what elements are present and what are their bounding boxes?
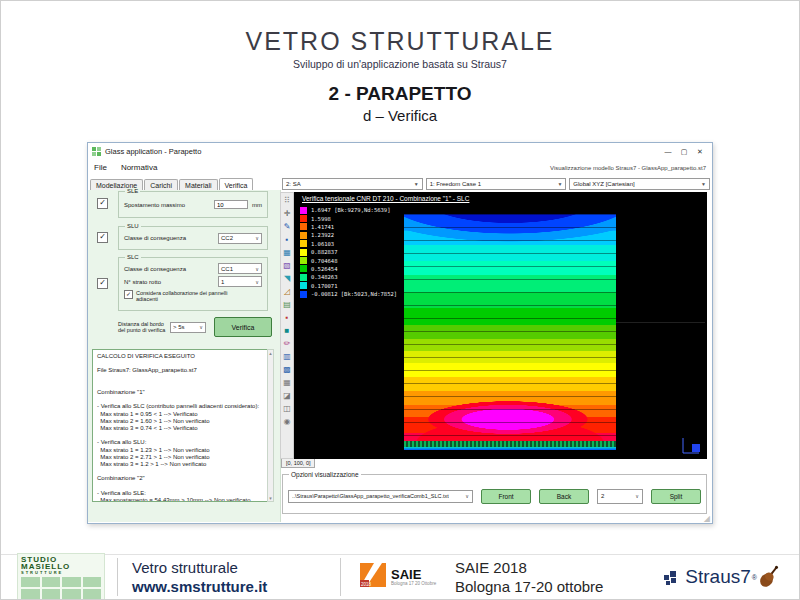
- slc-class-select[interactable]: CC1 ∨: [218, 263, 262, 274]
- legend-row: 1.5998: [300, 214, 397, 222]
- legend-swatch-icon: [300, 249, 307, 256]
- menu-file[interactable]: File: [94, 163, 107, 172]
- freedom-case-select[interactable]: 1: Freedom Case 1 ▼: [426, 178, 567, 190]
- viewer-status-row: [0, 100, 0]: [280, 459, 712, 469]
- measure-icon[interactable]: ◿: [281, 285, 293, 298]
- options-group-title: Opzioni visualizzazione: [289, 471, 361, 478]
- select-icon[interactable]: ✛: [281, 207, 293, 220]
- result-file-select[interactable]: ..\Straus\Parapetto\GlassApp_parapetto_v…: [288, 490, 473, 503]
- distanza-select[interactable]: > 5s ∨: [170, 322, 206, 333]
- legend-swatch-icon: [300, 240, 307, 247]
- maximize-button[interactable]: ▢: [676, 148, 692, 156]
- legend-label: 0.348263: [311, 274, 338, 280]
- slide: VETRO STRUTTURALE Sviluppo di un'applica…: [0, 0, 800, 600]
- tab-carichi[interactable]: Carichi: [144, 179, 178, 190]
- legend-row: 1.06103: [300, 240, 397, 248]
- verifica-panel: SLE Spostamento massimo mm SLU Classe di…: [88, 190, 281, 522]
- pencil-icon[interactable]: ✎: [281, 220, 293, 233]
- grid-icon[interactable]: ▦: [281, 376, 293, 389]
- mesh-strip: [404, 441, 616, 450]
- violin-icon: [757, 563, 781, 591]
- solid-icon[interactable]: ■: [281, 324, 293, 337]
- footer-saie-title: SAIE 2018: [455, 558, 603, 577]
- tab-verifica[interactable]: Verifica: [219, 178, 254, 190]
- slu-class-value: CC2: [221, 235, 233, 241]
- legend-label: 0.882837: [311, 249, 338, 255]
- logo-grid: [21, 577, 101, 599]
- slide-header: VETRO STRUTTURALE Sviluppo di un'applica…: [1, 27, 799, 124]
- footer-website-link[interactable]: www.smstrutture.it: [132, 577, 328, 596]
- saie-logo-word: SAIE: [391, 569, 436, 581]
- chevron-down-icon: ∨: [255, 266, 259, 272]
- chevron-down-icon: ∨: [199, 324, 203, 330]
- drag-handle-icon[interactable]: ⠿: [281, 194, 293, 207]
- straus7-logo: Straus7 ®: [663, 563, 781, 591]
- legend-row: 1.6947 [Bk:9279,Nd:5639]: [300, 206, 397, 214]
- plate-icon[interactable]: ▦: [281, 246, 293, 259]
- straus-viewer: 2: SA ▼ 1: Freedom Case 1 ▼ Global XYZ […: [280, 175, 712, 522]
- sle-checkbox[interactable]: [97, 198, 108, 209]
- marker-icon[interactable]: ▪: [281, 311, 293, 324]
- contour-icon[interactable]: ▩: [281, 363, 293, 376]
- menu-normativa[interactable]: Normativa: [121, 163, 157, 172]
- status-tab[interactable]: [0, 100, 0]: [281, 459, 315, 468]
- studio-masiello-logo: STUDIO MASIELLO STRUTTURE: [17, 553, 105, 600]
- coord-system-select[interactable]: Global XYZ [Cartesian] ▼: [569, 178, 710, 190]
- saie-logo: 2018 SAIE Bologna 17 20 Ottobre: [355, 561, 447, 593]
- output-scrollbar[interactable]: ▴▾: [267, 349, 274, 502]
- layers-icon[interactable]: ▥: [281, 350, 293, 363]
- legend-swatch-icon: [300, 274, 307, 281]
- legend-swatch-icon: [300, 223, 307, 230]
- distanza-row: Distanza dal bordo del punto di verifica…: [118, 317, 272, 337]
- distanza-label: Distanza dal bordo del punto di verifica: [118, 321, 170, 334]
- result-case-select[interactable]: 2: SA ▼: [282, 178, 423, 190]
- slu-class-select[interactable]: CC2 ∨: [218, 233, 262, 244]
- verifica-output[interactable]: CALCOLO DI VERIFICA ESEGUITO File Straus…: [92, 349, 274, 502]
- verifica-button[interactable]: Verifica: [214, 317, 272, 337]
- slc-checkbox[interactable]: [97, 278, 108, 289]
- saie-text-block: SAIE 2018 Bologna 17-20 ottobre: [455, 558, 603, 596]
- tab-strip: Modellazione Carichi Materiali Verifica: [90, 175, 280, 190]
- legend-row: 1.23922: [300, 231, 397, 239]
- slc-strato-select[interactable]: 1 ∨: [218, 276, 262, 287]
- close-button[interactable]: ✕: [692, 148, 708, 156]
- front-button[interactable]: Front: [481, 489, 531, 504]
- resize-grip[interactable]: ◢: [704, 514, 710, 523]
- slu-label: Classe di conseguenza: [124, 235, 218, 241]
- viewport-split-line: [616, 322, 705, 323]
- result-file-path: ..\Straus\Parapetto\GlassApp_parapetto_v…: [292, 493, 449, 499]
- zoom-icon[interactable]: ◉: [281, 415, 293, 428]
- slc-collab-checkbox[interactable]: [124, 290, 133, 299]
- tab-materiali[interactable]: Materiali: [179, 179, 217, 190]
- scroll-down-icon[interactable]: ▾: [268, 495, 273, 501]
- scroll-up-icon[interactable]: ▴: [268, 350, 273, 356]
- contour-legend: 1.6947 [Bk:9279,Nd:5639]1.59981.417411.2…: [300, 206, 397, 298]
- window-titlebar[interactable]: Glass application - Parapetto — ▢ ✕: [88, 143, 712, 160]
- node-icon[interactable]: ▪: [281, 233, 293, 246]
- legend-label: 0.704648: [311, 258, 338, 264]
- sle-group-title: SLE: [125, 188, 140, 195]
- brick-icon[interactable]: ▧: [281, 259, 293, 272]
- legend-swatch-icon: [300, 282, 307, 289]
- model-canvas[interactable]: Verifica tensionale CNR DT 210 - Combina…: [294, 192, 707, 459]
- minimize-button[interactable]: —: [660, 148, 676, 156]
- slide-subtitle: Sviluppo di un'applicazione basata su St…: [1, 58, 799, 70]
- slc-collab-label: Considera collaborazione dei pannelli ad…: [136, 290, 246, 302]
- slu-group-title: SLU: [125, 223, 141, 230]
- image-icon[interactable]: ▤: [281, 298, 293, 311]
- brush-icon[interactable]: ✏: [281, 337, 293, 350]
- legend-swatch-icon: [300, 215, 307, 222]
- split-button[interactable]: Split: [651, 489, 701, 504]
- cube-icon[interactable]: ◫: [281, 402, 293, 415]
- plot-title: Verifica tensionale CNR DT 210 - Combina…: [302, 195, 469, 202]
- legend-swatch-icon: [300, 265, 307, 272]
- result-case-value: 2: SA: [286, 181, 301, 187]
- sle-value-input[interactable]: [214, 200, 248, 209]
- chart-icon[interactable]: ◪: [281, 389, 293, 402]
- beam-icon[interactable]: ◥: [281, 272, 293, 285]
- legend-label: 1.23922: [311, 232, 334, 238]
- slu-checkbox[interactable]: [97, 232, 108, 243]
- legend-swatch-icon: [300, 291, 307, 298]
- copies-select[interactable]: 2 ∨: [597, 489, 643, 504]
- back-button[interactable]: Back: [539, 489, 589, 504]
